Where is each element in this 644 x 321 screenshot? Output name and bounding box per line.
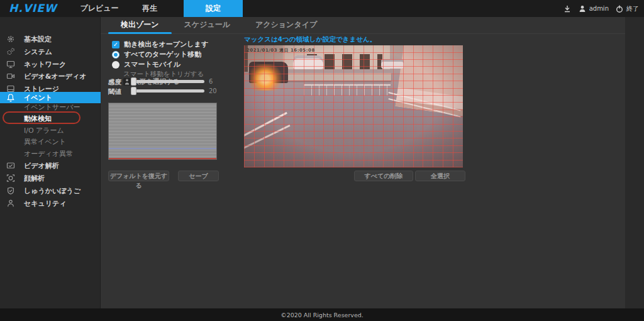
sidebar-item-audio-abnormal[interactable]: オーディオ異常 xyxy=(0,148,101,159)
face-icon xyxy=(6,174,15,183)
delete-all-button[interactable]: すべての削除 xyxy=(354,171,413,181)
tab-preview[interactable]: プレビュー xyxy=(74,0,125,17)
right-margin-strip xyxy=(625,17,644,308)
zone-limit-hint: マックスは4つの領域しか設定できません。 xyxy=(244,35,376,44)
download-icon[interactable] xyxy=(563,4,572,13)
sidebar-item-network[interactable]: ネットワーク xyxy=(0,59,101,70)
select-all-button[interactable]: 全選択 xyxy=(415,171,465,181)
sidebar-item-motion-detection[interactable]: 動体検知 xyxy=(0,113,101,124)
tab-action-type[interactable]: アクションタイプ xyxy=(243,17,330,34)
sidebar-item-security[interactable]: セキュリティ xyxy=(0,198,101,209)
sidebar-item-video-audio[interactable]: ビデオ&オーディオ xyxy=(0,70,101,82)
threshold-slider-handle[interactable] xyxy=(131,87,136,95)
user-menu[interactable]: admin xyxy=(578,4,609,13)
checkbox-checked-icon[interactable]: ✓ xyxy=(112,41,119,48)
content-tabs: 検出ゾーン スケジュール アクションタイプ xyxy=(101,17,625,34)
copyright-label: ©2020 All Rights Reserved. xyxy=(280,312,364,318)
main-content: 検出ゾーン スケジュール アクションタイプ ✓ 動き検出をオープンします すべて… xyxy=(101,17,625,308)
tab-schedule[interactable]: スケジュール xyxy=(172,17,243,34)
camera-timestamp-osd: 2021/01/03 週日 16:05:08 xyxy=(247,47,315,54)
detection-grid-overlay[interactable] xyxy=(244,45,463,167)
cogs-icon xyxy=(6,47,15,56)
footer: ©2020 All Rights Reserved. xyxy=(0,308,644,321)
shield-icon xyxy=(6,186,15,195)
video-audio-icon xyxy=(6,72,15,81)
motion-detection-checkbox-row[interactable]: ✓ 動き検出をオープンします xyxy=(112,40,208,49)
topbar: H.VIEW プレビュー 再生 設定 admin 終了 xyxy=(0,0,644,17)
zone-preview-red-line xyxy=(109,158,216,159)
user-icon xyxy=(578,4,587,13)
radio-smart-label: スマートモバイル xyxy=(124,60,180,69)
sidebar-item-abnormal-event[interactable]: 異常イベント xyxy=(0,136,101,147)
video-analytics-icon xyxy=(6,161,15,170)
sidebar-item-system[interactable]: システム xyxy=(0,46,101,57)
sensitivity-slider[interactable] xyxy=(133,80,204,83)
tab-playback[interactable]: 再生 xyxy=(134,0,165,17)
radio-smart-mobile[interactable]: スマートモバイル xyxy=(112,60,180,69)
threshold-value: 20 xyxy=(209,87,217,94)
person-icon xyxy=(6,199,15,208)
save-button[interactable]: セーブ xyxy=(178,171,219,181)
sidebar-item-perimeter-guard[interactable]: しゅうかいぼうご xyxy=(0,185,101,196)
motion-checkbox-label: 動き検出をオープンします xyxy=(124,40,208,49)
radio-all-targets[interactable]: すべてのターゲット移動 xyxy=(112,50,201,59)
threshold-slider[interactable] xyxy=(133,89,204,93)
gear-icon xyxy=(6,35,15,43)
sensitivity-slider-handle[interactable] xyxy=(131,77,136,86)
threshold-label: 閾値 xyxy=(108,87,121,96)
sidebar-item-video-analytics[interactable]: ビデオ解析 xyxy=(0,160,101,171)
radio-selected-icon[interactable] xyxy=(112,51,119,59)
exit-label: 終了 xyxy=(626,4,639,13)
network-icon xyxy=(6,60,15,69)
tab-settings[interactable]: 設定 xyxy=(184,0,243,17)
sensitivity-value: 6 xyxy=(209,78,213,85)
radio-unselected-icon[interactable] xyxy=(112,61,119,69)
sidebar: 基本設定 システム ネットワーク ビデオ&オーディオ ストレージ イベント イベ… xyxy=(0,17,101,308)
restore-default-button[interactable]: デフォルトを復元する xyxy=(108,171,169,181)
app-window: H.VIEW プレビュー 再生 設定 admin 終了 xyxy=(0,0,644,321)
radio-all-label: すべてのターゲット移動 xyxy=(124,50,201,59)
sidebar-item-face-analytics[interactable]: 顔解析 xyxy=(0,172,101,184)
hview-logo: H.VIEW xyxy=(9,2,57,14)
camera-zone-editor[interactable]: 2021/01/03 週日 16:05:08 xyxy=(244,45,463,167)
bell-icon xyxy=(6,93,15,102)
sidebar-item-basic-settings[interactable]: 基本設定 xyxy=(0,33,101,45)
sidebar-item-io-alarm[interactable]: I/O アラーム xyxy=(0,125,101,136)
power-icon xyxy=(615,4,624,13)
username-label: admin xyxy=(589,5,609,12)
exit-button[interactable]: 終了 xyxy=(615,4,639,13)
zone-preview-grid[interactable] xyxy=(108,103,217,160)
sensitivity-label: 感度 xyxy=(108,78,121,87)
tab-detection-zone[interactable]: 検出ゾーン xyxy=(108,17,172,34)
zone-preview-blue-line xyxy=(109,148,216,149)
